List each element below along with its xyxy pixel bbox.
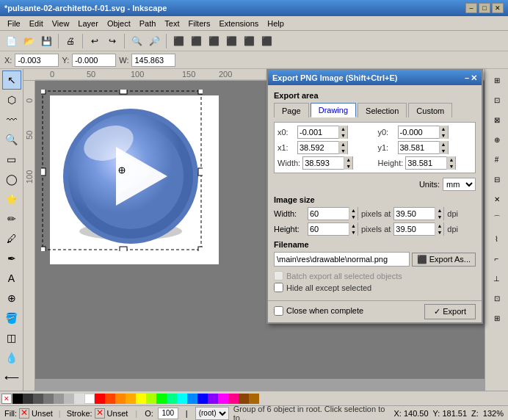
tweak-tool[interactable]: 〰 (2, 110, 21, 129)
node-tool[interactable]: ⬡ (2, 90, 21, 109)
menu-extensions[interactable]: Extensions (214, 18, 263, 29)
snap-extension-button[interactable]: ⌇ (487, 229, 507, 248)
maximize-button[interactable]: □ (479, 3, 490, 13)
menu-view[interactable]: View (48, 18, 74, 29)
y1-down[interactable]: ▼ (440, 148, 448, 154)
img-width-dpi-input[interactable] (394, 208, 435, 220)
img-width-input[interactable] (308, 208, 349, 220)
export-button[interactable]: ✓ Export (424, 304, 476, 319)
color-hot-pink[interactable] (228, 394, 239, 404)
color-cyan[interactable] (177, 394, 187, 404)
x0-input[interactable] (298, 126, 338, 138)
select-tool[interactable]: ↖ (2, 70, 21, 90)
align-center-button[interactable]: ⬛ (188, 33, 204, 49)
color-sky-blue[interactable] (187, 394, 197, 404)
snap-grid-button[interactable]: # (487, 150, 507, 169)
color-black[interactable] (12, 394, 23, 404)
color-verylightgray[interactable] (74, 394, 84, 404)
color-gray4[interactable] (54, 394, 64, 404)
zoom-in-button[interactable]: 🔍 (128, 33, 145, 49)
y-input[interactable] (72, 54, 116, 67)
color-darkgray[interactable] (23, 394, 33, 404)
no-fill-swatch[interactable]: ✕ (1, 394, 12, 404)
menu-help[interactable]: Help (263, 18, 289, 29)
snap-center-button[interactable]: ⊕ (487, 130, 507, 149)
color-red[interactable] (95, 394, 105, 404)
tab-custom[interactable]: Custom (408, 103, 452, 117)
gradient-tool[interactable]: ◫ (2, 328, 21, 347)
img-height-up[interactable]: ▲ (349, 222, 358, 229)
x0-down[interactable]: ▼ (339, 132, 347, 139)
opacity-input[interactable] (158, 408, 178, 419)
color-orange[interactable] (115, 394, 126, 404)
tab-selection[interactable]: Selection (358, 103, 407, 117)
spray-tool[interactable]: ⊕ (2, 289, 21, 308)
width-input[interactable] (303, 157, 344, 169)
new-button[interactable]: 📄 (3, 33, 19, 49)
redo-button[interactable]: ↪ (104, 33, 120, 49)
color-purple[interactable] (208, 394, 218, 404)
dropper-tool[interactable]: 💧 (2, 348, 21, 367)
star-tool[interactable]: ⭐ (2, 189, 21, 209)
dialog-close-button[interactable]: ✕ (471, 73, 477, 83)
zoom-tool[interactable]: 🔍 (2, 130, 21, 149)
circle-tool[interactable]: ◯ (2, 170, 21, 189)
snap-midpoint-button[interactable]: ⊡ (487, 289, 507, 308)
text-tool[interactable]: A (2, 269, 21, 288)
connector-tool[interactable]: ⟵ (2, 368, 21, 387)
layer-select[interactable]: (root) (195, 407, 229, 420)
tab-page[interactable]: Page (274, 103, 309, 117)
menu-object[interactable]: Object (103, 18, 135, 29)
dialog-minimize-button[interactable]: – (465, 73, 469, 83)
img-width-dpi-up[interactable]: ▲ (435, 207, 443, 214)
color-magenta[interactable] (218, 394, 228, 404)
width-up[interactable]: ▲ (344, 156, 352, 163)
img-width-dpi-down[interactable]: ▼ (435, 214, 443, 220)
open-button[interactable]: 📂 (21, 33, 37, 49)
snap-guides-button[interactable]: ⊟ (487, 170, 507, 189)
hide-except-checkbox[interactable] (274, 283, 283, 292)
color-green[interactable] (156, 394, 167, 404)
menu-edit[interactable]: Edit (25, 18, 48, 29)
snap-perpendicular-button[interactable]: ⊥ (487, 269, 507, 288)
height-input[interactable] (406, 157, 446, 169)
filename-input[interactable] (274, 252, 410, 267)
batch-export-checkbox[interactable] (274, 271, 283, 280)
color-blue[interactable] (197, 394, 208, 404)
minimize-button[interactable]: – (465, 3, 477, 13)
menu-layer[interactable]: Layer (73, 18, 103, 29)
units-select[interactable]: mm px cm in (443, 178, 476, 191)
snap-object-button[interactable]: ⊞ (487, 308, 507, 327)
snap-bbox-button[interactable]: ⊠ (487, 110, 507, 129)
menu-text[interactable]: Text (160, 18, 184, 29)
x1-up[interactable]: ▲ (339, 141, 347, 148)
close-when-complete-checkbox[interactable] (274, 306, 283, 316)
align-bottom-button[interactable]: ⬛ (258, 33, 275, 49)
rect-tool[interactable]: ▭ (2, 150, 21, 169)
snap-tangent-button[interactable]: ⌐ (487, 249, 507, 268)
color-tan[interactable] (249, 394, 259, 404)
img-height-dpi-input[interactable] (394, 223, 435, 235)
color-lightgray[interactable] (64, 394, 74, 404)
align-top-button[interactable]: ⬛ (223, 33, 239, 49)
close-button[interactable]: ✕ (492, 3, 504, 13)
color-yellow[interactable] (136, 394, 146, 404)
x0-up[interactable]: ▲ (339, 126, 347, 132)
img-height-dpi-up[interactable]: ▲ (435, 222, 443, 229)
snap-path-button[interactable]: ⌒ (487, 209, 507, 228)
color-red-orange[interactable] (105, 394, 115, 404)
color-brown[interactable] (239, 394, 249, 404)
y1-input[interactable] (399, 142, 439, 153)
snap-intersection-button[interactable]: ✕ (487, 189, 507, 209)
align-right-button[interactable]: ⬛ (206, 33, 222, 49)
pen-tool[interactable]: 🖊 (2, 229, 21, 248)
align-middle-button[interactable]: ⬛ (241, 33, 257, 49)
export-as-button[interactable]: ⬛ Export As... (412, 253, 476, 267)
color-gray3[interactable] (43, 394, 54, 404)
save-button[interactable]: 💾 (38, 33, 54, 49)
height-down[interactable]: ▼ (447, 163, 455, 170)
menu-file[interactable]: File (3, 18, 25, 29)
img-width-down[interactable]: ▼ (349, 214, 358, 220)
x1-down[interactable]: ▼ (339, 148, 347, 154)
tab-drawing[interactable]: Drawing (311, 103, 356, 117)
